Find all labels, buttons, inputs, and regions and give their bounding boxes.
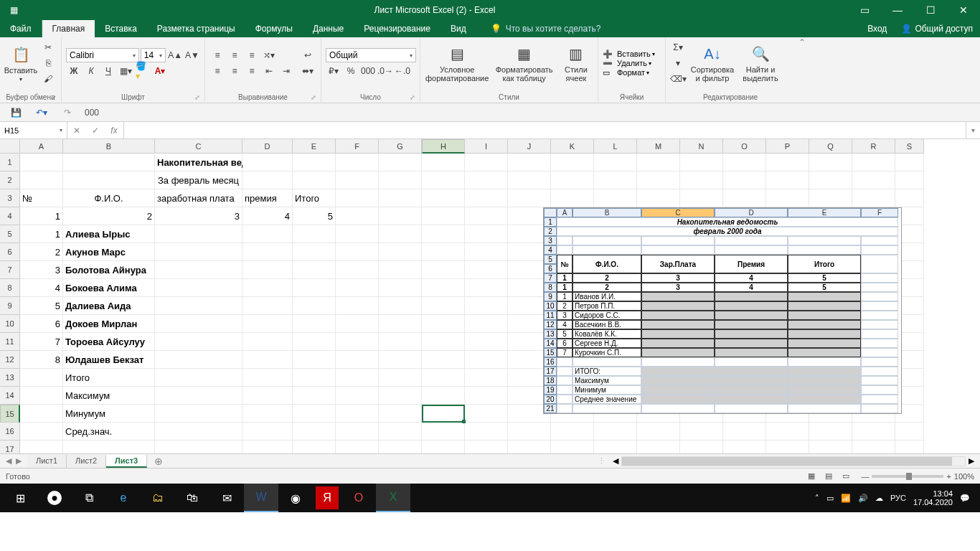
tray-notifications-icon[interactable]: 💬 <box>960 494 970 503</box>
view-pagebreak-button[interactable]: ▭ <box>839 471 852 482</box>
cell-D9[interactable] <box>242 297 293 315</box>
cell-G9[interactable] <box>379 297 422 315</box>
taskbar-opera-icon[interactable]: O <box>341 484 376 512</box>
cell-G6[interactable] <box>379 243 422 261</box>
cell-A17[interactable] <box>20 441 63 453</box>
cell-M3[interactable] <box>637 189 680 207</box>
col-header-M[interactable]: M <box>637 139 680 154</box>
underline-button[interactable]: Ч <box>100 64 116 78</box>
cell-I14[interactable] <box>465 387 508 405</box>
cell-R2[interactable] <box>852 171 895 189</box>
cell-G17[interactable] <box>379 441 422 453</box>
cell-M1[interactable] <box>637 154 680 171</box>
cell-D6[interactable] <box>242 243 293 261</box>
cell-S1[interactable] <box>895 154 924 171</box>
tab-insert[interactable]: Вставка <box>95 20 147 37</box>
cell-B13[interactable]: Итого <box>63 369 155 387</box>
cell-E16[interactable] <box>293 423 336 441</box>
cell-P2[interactable] <box>766 171 809 189</box>
cell-A16[interactable] <box>20 423 63 441</box>
cell-I8[interactable] <box>465 279 508 297</box>
cell-M16[interactable] <box>637 423 680 441</box>
sheet-tab-Лист2[interactable]: Лист2 <box>67 455 106 468</box>
cell-B8[interactable]: Бокоева Алима <box>63 279 155 297</box>
align-right-button[interactable]: ≡ <box>244 64 260 78</box>
cell-G2[interactable] <box>379 171 422 189</box>
tab-data[interactable]: Данные <box>303 20 354 37</box>
cell-D16[interactable] <box>242 423 293 441</box>
cell-C2[interactable]: За февраль месяц <box>155 171 242 189</box>
cell-G12[interactable] <box>379 351 422 369</box>
cell-J3[interactable] <box>508 189 551 207</box>
cell-H10[interactable] <box>422 315 465 333</box>
cell-D2[interactable] <box>242 171 293 189</box>
cell-B12[interactable]: Юлдашев Бекзат <box>63 351 155 369</box>
italic-button[interactable]: К <box>83 64 99 78</box>
cell-I16[interactable] <box>465 423 508 441</box>
hscroll-thumb[interactable] <box>622 457 952 466</box>
cell-K3[interactable] <box>551 189 594 207</box>
tellme-input[interactable]: Что вы хотите сделать? <box>506 24 601 34</box>
font-size-select[interactable]: 14▾ <box>141 48 166 62</box>
cell-G7[interactable] <box>379 261 422 279</box>
cell-E15[interactable] <box>293 405 336 423</box>
cell-R16[interactable] <box>852 423 895 441</box>
tray-battery-icon[interactable]: ▭ <box>826 494 834 503</box>
align-left-button[interactable]: ≡ <box>209 64 225 78</box>
cell-F17[interactable] <box>336 441 379 453</box>
cell-G13[interactable] <box>379 369 422 387</box>
cell-E9[interactable] <box>293 297 336 315</box>
cell-E3[interactable]: Итого <box>293 189 336 207</box>
cell-I7[interactable] <box>465 261 508 279</box>
row-header-9[interactable]: 9 <box>0 297 20 315</box>
fx-button[interactable]: fx <box>105 126 123 136</box>
cell-H7[interactable] <box>422 261 465 279</box>
cell-H12[interactable] <box>422 351 465 369</box>
cell-D14[interactable] <box>242 387 293 405</box>
cell-F2[interactable] <box>336 171 379 189</box>
cell-A2[interactable] <box>20 171 63 189</box>
row-header-5[interactable]: 5 <box>0 225 20 243</box>
confirm-formula-button[interactable]: ✓ <box>86 126 105 136</box>
cell-B11[interactable]: Тороева Айсулуу <box>63 333 155 351</box>
cell-F16[interactable] <box>336 423 379 441</box>
cell-M2[interactable] <box>637 171 680 189</box>
close-button[interactable]: ✕ <box>947 0 980 20</box>
cell-I1[interactable] <box>465 154 508 171</box>
cell-R1[interactable] <box>852 154 895 171</box>
clear-button[interactable]: ⌫▾ <box>670 72 686 86</box>
row-header-15[interactable]: 15 <box>0 405 20 423</box>
hscroll-split[interactable]: ⋮ <box>598 456 610 466</box>
cell-M17[interactable] <box>637 441 680 453</box>
taskbar-word-icon[interactable]: W <box>244 484 278 512</box>
col-header-R[interactable]: R <box>852 139 895 154</box>
cell-G15[interactable] <box>379 405 422 423</box>
cell-F3[interactable] <box>336 189 379 207</box>
cell-A14[interactable] <box>20 387 63 405</box>
percent-button[interactable]: % <box>343 64 359 78</box>
row-header-7[interactable]: 7 <box>0 261 20 279</box>
taskbar-edge-icon[interactable]: e <box>106 484 141 512</box>
expand-fbar-button[interactable]: ▾ <box>966 122 980 138</box>
cell-F10[interactable] <box>336 315 379 333</box>
cell-F4[interactable] <box>336 207 379 225</box>
cell-G10[interactable] <box>379 315 422 333</box>
cell-H3[interactable] <box>422 189 465 207</box>
cell-N17[interactable] <box>680 441 723 453</box>
col-header-B[interactable]: B <box>63 139 155 154</box>
cell-I3[interactable] <box>465 189 508 207</box>
cell-S17[interactable] <box>895 441 924 453</box>
cell-C15[interactable] <box>155 405 242 423</box>
taskbar-chrome-icon[interactable]: ◉ <box>278 484 313 512</box>
cell-D5[interactable] <box>242 225 293 243</box>
cell-G4[interactable] <box>379 207 422 225</box>
cell-B14[interactable]: Максимум <box>63 387 155 405</box>
cell-B5[interactable]: Алиева Ырыс <box>63 225 155 243</box>
cell-H8[interactable] <box>422 279 465 297</box>
cell-B4[interactable]: 2 <box>63 207 155 225</box>
cell-I12[interactable] <box>465 351 508 369</box>
col-header-F[interactable]: F <box>336 139 379 154</box>
select-all-corner[interactable] <box>0 139 20 154</box>
cell-F13[interactable] <box>336 369 379 387</box>
cell-L17[interactable] <box>594 441 637 453</box>
